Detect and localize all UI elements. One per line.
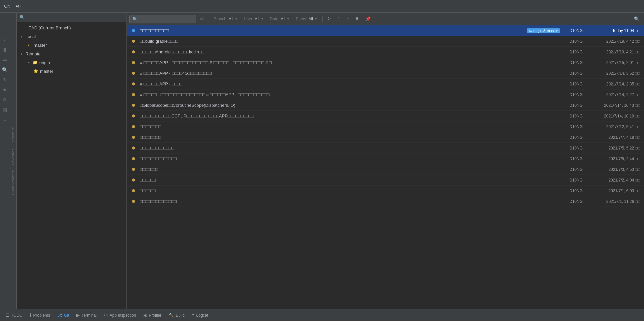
branch-tag-icon: 🏷 [28, 43, 32, 47]
chevron-icon: ▾ [21, 35, 24, 38]
commit-dot [132, 61, 135, 64]
commit-date: 2021/7/14, 2:35 □□ [587, 82, 640, 86]
side-action-panel: ←+✓🗑⇄🔍↻★⚙▤≡ [0, 13, 10, 309]
commit-message: # □□□□□□APP - □□□□4G□□□□□□□□□ [140, 71, 563, 76]
sidebar-label-structure[interactable]: Structure [10, 124, 16, 146]
tree-item-local[interactable]: ▾Local [17, 32, 126, 41]
bottom-tab-todo[interactable]: ☰TODO [2, 310, 26, 320]
tree-item-remote[interactable]: ▾Remote [17, 49, 126, 58]
search-button[interactable]: 🔍 [1, 65, 9, 74]
commit-author: D10NG [563, 178, 583, 183]
merge-button[interactable]: ⇄ [1, 55, 9, 64]
commit-row[interactable]: □□□□□□□□D10NG2021/7/12, 5:41 □□ [127, 121, 644, 132]
tree-search-input[interactable] [27, 15, 124, 20]
commit-author: D10NG [563, 167, 583, 172]
bottom-tab-git[interactable]: ⎇Git [54, 310, 72, 320]
commit-graph-cell [127, 29, 140, 32]
commit-graph-cell [127, 146, 140, 149]
delete-button[interactable]: 🗑 [1, 45, 9, 54]
bottom-tab-logcat[interactable]: ≡Logcat [189, 310, 212, 320]
refresh-button[interactable]: ↻ [1, 75, 9, 84]
commit-graph-cell [127, 61, 140, 64]
branch-label: Branch: [214, 17, 227, 21]
commit-dot [132, 93, 135, 96]
commit-row[interactable]: □□□□□□□□□□□🏷 origin & masterD10NGToday 1… [127, 25, 644, 36]
commit-author: D10NG [563, 103, 583, 108]
commit-row[interactable]: □□□□□□D10NG2021/7/1, 6:03 □□ [127, 186, 644, 196]
date-value: All [281, 17, 285, 21]
push-pull-button[interactable]: ↕ [345, 15, 351, 23]
terminal-icon: ▶ [76, 313, 80, 318]
tree-item-label: HEAD (Current Branch) [25, 25, 71, 30]
commit-row[interactable]: □□□□□□□□□□□□CCFUP□□□□□□□□ □□□□APP□□□□□□□… [127, 111, 644, 121]
stash-button[interactable]: ▤ [1, 105, 9, 114]
tree-item-head[interactable]: HEAD (Current Branch) [17, 23, 126, 32]
settings-button[interactable]: ⚙ [1, 95, 9, 104]
commit-row[interactable]: # □□□□□□APP - □□□□4G□□□□□□□□□D10NG2021/7… [127, 68, 644, 79]
build-label: Build [176, 313, 185, 318]
tree-search-icon: 🔍 [19, 15, 25, 20]
commit-graph-cell [127, 50, 140, 53]
commit-dot [132, 114, 135, 117]
terminal-label: Terminal [81, 313, 96, 318]
settings-button[interactable]: ⚙ [198, 15, 206, 23]
bottom-tab-profiler[interactable]: ◉Profiler [140, 310, 165, 320]
commit-message: □□□□□□□□ [140, 135, 563, 140]
search-commits-button[interactable]: 🔍 [632, 15, 641, 23]
commit-row[interactable]: □□□□□□D10NG2021/7/2, 4:04 □□ [127, 175, 644, 186]
profiler-label: Profiler [149, 313, 161, 318]
paths-filter[interactable]: Paths: All ▼ [294, 15, 319, 23]
bottom-tab-terminal[interactable]: ▶Terminal [73, 310, 100, 320]
tree-item-origin[interactable]: ▾📁origin [17, 58, 126, 67]
git-icon: ⎇ [57, 313, 62, 318]
refresh-button[interactable]: ↻ [325, 15, 333, 23]
sidebar-label-build-variants[interactable]: Build Variants [10, 168, 16, 198]
tree-item-master-local[interactable]: 🏷master [17, 41, 126, 49]
commit-graph-cell [127, 200, 140, 203]
sidebar-label-favorites[interactable]: Favorites [10, 146, 16, 168]
commit-row[interactable]: □□□□□□□□□□□□□□D10NG2021/7/1, 11:26 □□ [127, 196, 644, 207]
commit-row[interactable]: □□□□□□□□□□□□□□D10NG2021/7/5, 2:44 □□ [127, 153, 644, 164]
commit-author: D10NG [563, 92, 583, 97]
commit-search-box[interactable]: 🔍 [129, 15, 196, 23]
date-filter[interactable]: Date: All ▼ [268, 15, 292, 23]
commit-author: D10NG [563, 146, 583, 150]
log-tab[interactable]: Log [13, 3, 21, 9]
commit-message: □□□□□□□□□□□□CCFUP□□□□□□□□ □□□□APP□□□□□□□… [140, 113, 563, 118]
add-button[interactable]: + [1, 25, 9, 34]
commit-row[interactable]: # □□□□□□APP - □□□□□□□□□□□□□□ # □□□□□□ - … [127, 57, 644, 68]
back-button[interactable]: ← [1, 15, 9, 24]
commit-dot [132, 179, 135, 182]
commit-button[interactable]: ✓ [1, 35, 9, 44]
branch-chevron-icon: ▼ [235, 17, 238, 21]
commit-row[interactable]: □□□□□□□□D10NG2021/7/7, 4:18 □□ [127, 132, 644, 143]
commit-row[interactable]: # □□□□□ - □□□□□□□□□□□□□□□□□ # □□□□□□APP … [127, 89, 644, 100]
paths-label: Paths: [296, 17, 307, 21]
commit-row[interactable]: □□□□□□Android□□□□□□□kotlin□□D10NG2021/7/… [127, 47, 644, 57]
commit-author: D10NG [563, 189, 583, 193]
commit-dot [132, 40, 135, 43]
eye-button[interactable]: 👁 [353, 15, 361, 23]
user-filter[interactable]: User: All ▼ [242, 15, 266, 23]
commit-row[interactable]: □GlobalScope□□CoroutineScope(Dispatchers… [127, 100, 644, 111]
paths-chevron-icon: ▼ [314, 17, 318, 21]
bottom-tab-app-inspection[interactable]: ⚙App Inspection [101, 310, 139, 320]
bottom-tab-build[interactable]: 🔨Build [165, 310, 188, 320]
commit-row[interactable]: □□build.gradle□□□□D10NG2021/7/19, 4:42 □… [127, 36, 644, 47]
list-button[interactable]: ≡ [1, 115, 9, 124]
commit-row[interactable]: □□□□□□□D10NG2021/7/3, 4:53 □□ [127, 164, 644, 175]
commit-search-input[interactable] [139, 17, 193, 21]
commit-row[interactable]: □□□□□□□□□□□□□D10NG2021/7/5, 5:22 □□ [127, 143, 644, 153]
commit-graph-cell [127, 168, 140, 171]
logcat-label: Logcat [196, 313, 208, 318]
fetch-button[interactable]: ⚐ [335, 15, 343, 23]
commit-row[interactable]: # □□□□□□APP - □□□□D10NG2021/7/14, 2:35 □… [127, 79, 644, 89]
tree-item-master-remote[interactable]: ⭐master [17, 67, 126, 75]
branch-filter[interactable]: Branch: All ▼ [212, 15, 240, 23]
pin-button[interactable]: 📌 [363, 15, 373, 23]
commit-message: □□□□□□ [140, 178, 563, 183]
git-label: Git [64, 313, 69, 318]
favorites-button[interactable]: ★ [1, 85, 9, 94]
bottom-tab-problems[interactable]: ℹProblems [26, 310, 53, 320]
tree-search-bar: 🔍 [17, 13, 126, 22]
